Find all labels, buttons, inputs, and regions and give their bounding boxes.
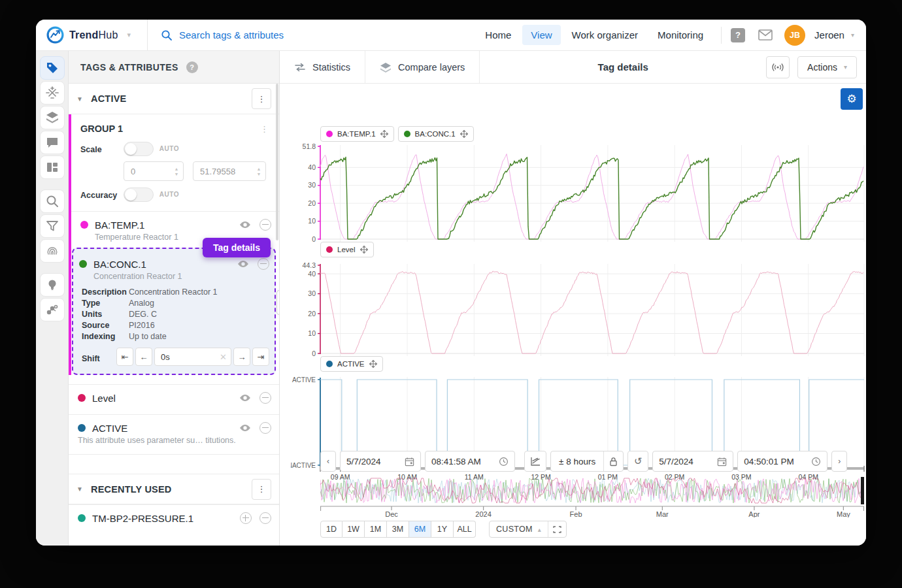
step-forward-button[interactable]: › <box>831 451 847 472</box>
range-preset-6m[interactable]: 6M <box>409 521 431 538</box>
add-tag-icon[interactable] <box>240 512 252 524</box>
section-menu-icon[interactable]: ⋮ <box>252 479 271 500</box>
shift-value-input[interactable]: 0s✕ <box>154 348 231 366</box>
overview-strip[interactable]: Dec2024FebMarAprMay <box>320 477 864 517</box>
scale-auto-toggle[interactable]: AUTO <box>124 142 154 156</box>
remove-tag-icon[interactable] <box>259 392 271 404</box>
chart-plot[interactable]: 44.3403020100 <box>291 263 866 360</box>
trend-scale-button[interactable] <box>524 451 546 472</box>
history-button[interactable]: ↺ <box>627 451 648 472</box>
chart-plot[interactable]: 51.8403020100 <box>291 144 866 246</box>
calendar-icon <box>405 457 414 466</box>
legend-chip[interactable]: BA:TEMP.1 <box>320 126 394 142</box>
statistics-tab[interactable]: Statistics <box>280 51 365 83</box>
range-preset-1d[interactable]: 1D <box>320 521 342 538</box>
range-preset-1m[interactable]: 1M <box>365 521 387 538</box>
nav-monitoring[interactable]: Monitoring <box>649 25 712 45</box>
shift-far-back-icon[interactable]: ⇤ <box>116 348 133 366</box>
step-back-button[interactable]: ‹ <box>320 451 336 472</box>
remove-tag-icon[interactable] <box>259 512 271 524</box>
divider <box>69 454 279 474</box>
rail-comments-icon[interactable] <box>40 131 65 154</box>
accuracy-auto-toggle[interactable]: AUTO <box>124 188 154 202</box>
range-preset-1w[interactable]: 1W <box>342 521 365 538</box>
start-time-picker[interactable]: 08:41:58 AM <box>425 451 515 472</box>
start-date-picker[interactable]: 5/7/2024 <box>340 451 421 472</box>
move-icon[interactable] <box>380 130 388 138</box>
end-time-picker[interactable]: 04:50:01 PM <box>737 451 827 472</box>
move-icon[interactable] <box>369 360 377 368</box>
rail-insights-icon[interactable] <box>40 273 65 297</box>
move-icon[interactable] <box>460 130 468 138</box>
rail-filter-icon[interactable] <box>40 214 65 238</box>
overview-month-label: Dec <box>385 510 398 517</box>
scale-max-input[interactable]: 51.79558▲▼ <box>193 161 266 181</box>
search-input[interactable]: Search tags & attributes <box>179 29 284 41</box>
lock-icon[interactable] <box>603 451 623 471</box>
broadcast-button[interactable] <box>766 56 790 78</box>
custom-range-control[interactable]: CUSTOM▴ <box>489 521 567 538</box>
compare-layers-tab[interactable]: Compare layers <box>365 51 480 83</box>
range-preset-all[interactable]: ALL <box>454 521 476 538</box>
help-icon[interactable]: ? <box>731 28 745 42</box>
visibility-icon[interactable] <box>239 220 252 229</box>
actions-button[interactable]: Actions▾ <box>797 56 857 78</box>
scale-min-input[interactable]: 0▲▼ <box>124 161 184 181</box>
group-menu-icon[interactable]: ⋮ <box>255 124 274 134</box>
brand-chevron-icon[interactable]: ▾ <box>127 31 131 39</box>
rail-dashboard-icon[interactable] <box>40 155 65 179</box>
rail-connections-icon[interactable] <box>40 298 65 321</box>
global-search[interactable]: Search tags & attributes <box>148 29 284 41</box>
legend-chip[interactable]: ACTIVE <box>320 356 383 372</box>
overview-scrubber[interactable] <box>861 477 864 504</box>
layers-icon <box>380 62 392 73</box>
rail-layers-icon[interactable] <box>40 106 65 129</box>
rail-tags-icon[interactable] <box>40 56 65 80</box>
scale-label: Scale <box>80 142 124 181</box>
panel-help-icon[interactable]: ? <box>186 61 198 73</box>
range-preset-3m[interactable]: 3M <box>387 521 409 538</box>
accuracy-label: Accuracy <box>80 188 124 202</box>
mail-icon[interactable] <box>758 29 773 41</box>
legend-chip[interactable]: BA:CONC.1 <box>398 126 474 142</box>
shift-forward-icon[interactable]: → <box>233 348 250 366</box>
clear-icon[interactable]: ✕ <box>220 352 227 362</box>
remove-tag-icon[interactable] <box>258 258 269 270</box>
shift-far-forward-icon[interactable]: ⇥ <box>252 348 269 366</box>
chevron-down-icon[interactable]: ▼ <box>76 95 91 103</box>
tag-row-level[interactable]: Level <box>69 384 279 414</box>
user-menu-chevron-icon[interactable]: ▾ <box>851 31 854 39</box>
trend-icon <box>530 457 541 466</box>
user-avatar[interactable]: JB <box>784 25 805 46</box>
section-recently-used[interactable]: ▼ RECENTLY USED ⋮ <box>69 474 279 504</box>
tag-color-dot <box>78 394 86 402</box>
nav-view[interactable]: View <box>522 25 560 45</box>
move-icon[interactable] <box>360 246 368 253</box>
range-preset-1y[interactable]: 1Y <box>431 521 454 538</box>
shift-back-icon[interactable]: ← <box>135 348 152 366</box>
chevron-down-icon[interactable]: ▼ <box>76 485 91 493</box>
tag-row-tm-bp2-pressure[interactable]: TM-BP2-PRESSURE.1 <box>69 504 279 530</box>
legend-chip[interactable]: Level <box>320 242 374 257</box>
custom-label: CUSTOM <box>496 525 533 534</box>
remove-tag-icon[interactable] <box>259 422 271 434</box>
tag-row-active[interactable]: ACTIVE This attribute uses parameter su…… <box>69 414 279 454</box>
section-menu-icon[interactable]: ⋮ <box>252 88 271 109</box>
fit-frame-icon[interactable] <box>548 521 566 537</box>
rail-formulas-icon[interactable] <box>40 81 65 105</box>
rail-search-icon[interactable] <box>40 189 65 213</box>
panel-scrollbar[interactable] <box>276 84 278 240</box>
rail-fingerprint-icon[interactable] <box>40 239 65 263</box>
selected-tag-card[interactable]: Tag details BA:CONC.1 Concentration Reac… <box>72 248 276 375</box>
visibility-icon[interactable] <box>239 393 252 402</box>
duration-control[interactable]: ± 8 hours <box>550 451 624 472</box>
end-date-picker[interactable]: 5/7/2024 <box>652 451 733 472</box>
nav-home[interactable]: Home <box>476 25 520 45</box>
visibility-icon[interactable] <box>239 423 252 433</box>
section-active[interactable]: ▼ ACTIVE ⋮ <box>69 84 279 114</box>
overview-plot[interactable]: Dec2024FebMarAprMay <box>320 477 864 517</box>
visibility-icon[interactable] <box>237 259 250 269</box>
remove-tag-icon[interactable] <box>259 219 271 231</box>
app-logo[interactable]: TrendHub ▾ <box>36 20 147 50</box>
nav-work-organizer[interactable]: Work organizer <box>563 25 646 45</box>
